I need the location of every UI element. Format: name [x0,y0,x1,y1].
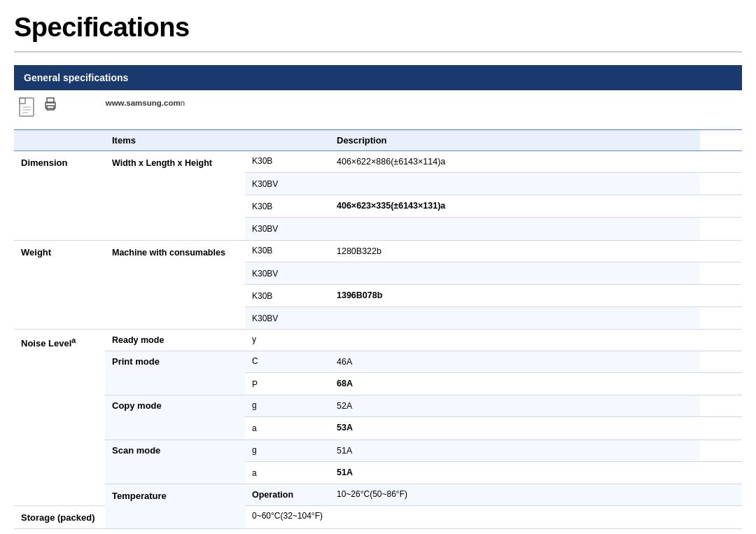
table-row: Noise Levela Ready mode y [14,330,742,351]
website-suffix: n [181,99,185,107]
page-title: Specifications [14,0,742,52]
value-dimension-1: 406×622×886(±6143×114)a [330,151,700,173]
noise-scan-model-1: g [245,440,330,461]
temp-op-model: 10~26°C(50~86°F) [330,484,700,505]
model-k30bv-2: K30BV [245,218,330,240]
value-weight-1: 1280B322b [330,240,700,262]
noise-scan-val-2: 51A [330,461,700,484]
table-row: Copy mode g 52A [14,395,742,417]
col-header-empty2 [245,130,330,151]
temp-storage-model: 0~60°C(32~104°F) [245,505,330,529]
col-header-items: Items [105,130,245,151]
col-header-description: Description [330,130,700,151]
item-dimension: Width x Length x Height [105,151,245,241]
item-ready: Ready mode [105,330,245,351]
value-dimension-4 [330,218,700,240]
category-dimension: Dimension [14,151,105,241]
model-w-k30bv-1: K30BV [245,262,330,284]
item-print: Print mode [105,351,245,395]
table-header-row: Items Description [14,130,742,151]
noise-print-val-2: 68A [330,373,700,395]
item-scan: Scan mode [105,440,245,484]
col-header-empty [14,130,105,151]
table-row: Scan mode g 51A [14,440,742,461]
table-row: Dimension Width x Length x Height K30B 4… [14,151,742,173]
model-k30bv-1: K30BV [245,173,330,195]
value-weight-3: 1396B078b [330,284,700,307]
model-w-k30b-1: K30B [245,240,330,262]
noise-scan-val-1: 51A [330,440,700,461]
category-noise: Noise Levela [14,330,105,506]
temp-op-val [700,484,742,505]
website-link[interactable]: www.samsung.com [106,99,181,107]
category-temp: Temperature [105,484,245,529]
value-weight-2 [330,262,700,284]
svg-rect-1 [20,98,25,104]
table-row: Print mode C 46A [14,351,742,373]
noise-copy-val-2: 53A [330,417,700,440]
noise-copy-model-1: g [245,395,330,417]
temp-storage-val [330,505,700,529]
svg-rect-7 [47,106,54,110]
item-storage: Storage (packed) [14,505,105,529]
section-header: General specifications [14,65,742,90]
value-weight-4 [330,307,700,329]
noise-ready-val [330,330,700,351]
category-weight: Weight [14,240,105,330]
note-row: www.samsung.comn [14,90,742,129]
noise-scan-model-2: a [245,461,330,484]
document-icon [18,97,38,122]
model-w-k30b-2: K30B [245,284,330,307]
page-container: Specifications General specifications [0,0,756,534]
model-w-k30bv-2: K30BV [245,307,330,329]
specs-table: Items Description Dimension Width x Leng… [14,129,742,529]
noise-print-model-1: C [245,351,330,373]
noise-copy-val-1: 52A [330,395,700,417]
model-k30b-1: K30B [245,151,330,173]
value-dimension-3: 406×623×335(±6143×131)a [330,195,700,218]
noise-print-model-2: P [245,373,330,395]
note-text: www.samsung.comn [63,97,185,109]
item-copy: Copy mode [105,395,245,440]
model-k30b-2: K30B [245,195,330,218]
table-row: Temperature Operation 10~26°C(50~86°F) [14,484,742,505]
table-row: Weight Machine with consumables K30B 128… [14,240,742,262]
printer-icon [43,97,57,113]
noise-copy-model-2: a [245,417,330,440]
item-operation: Operation [245,484,330,505]
value-dimension-2 [330,173,700,195]
noise-print-val-1: 46A [330,351,700,373]
item-weight: Machine with consumables [105,240,245,330]
noise-ready-model: y [245,330,330,351]
